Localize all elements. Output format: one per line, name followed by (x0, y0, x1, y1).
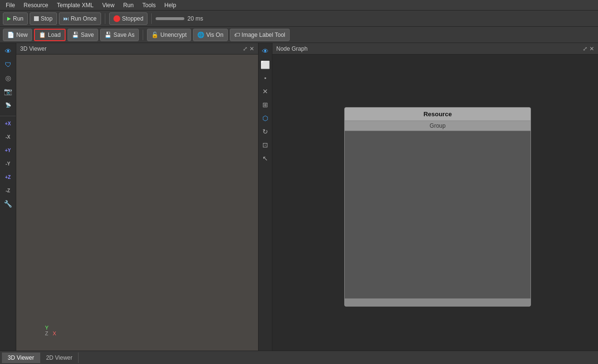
node-graph-title: Node Graph (276, 45, 307, 52)
camera-icon[interactable]: 📷 (2, 85, 14, 98)
axis-nz-icon[interactable]: -Z (2, 184, 14, 197)
resource-node[interactable]: Resource Group (344, 107, 531, 307)
separator1 (105, 13, 105, 24)
node-graph-canvas[interactable]: Resource Group (272, 55, 598, 351)
x-axis-label: X (53, 331, 56, 336)
speed-slider[interactable] (156, 17, 184, 20)
viewer-3d-expand-icon[interactable]: ⤢ (243, 45, 248, 52)
menu-template-xml[interactable]: Template XML (53, 1, 98, 10)
run-once-button[interactable]: ⏭ Run Once (59, 12, 101, 25)
viewer-3d-close-icon[interactable]: ✕ (249, 45, 254, 52)
unencrypt-icon: 🔓 (151, 32, 158, 38)
viewer-3d-controls: ⤢ ✕ (243, 45, 254, 52)
node-graph-header: Node Graph ⤢ ✕ (272, 43, 598, 55)
unencrypt-label: Unencrypt (160, 32, 187, 38)
tab-3d-viewer[interactable]: 3D Viewer (2, 353, 40, 363)
tab-2d-viewer[interactable]: 2D Viewer (40, 353, 79, 363)
new-label: New (16, 32, 28, 38)
run-button[interactable]: ▶ Run (3, 12, 28, 25)
ng-connect-icon[interactable]: ⬡ (259, 112, 271, 124)
axis-py-icon[interactable]: +Y (2, 144, 14, 156)
menu-bar: File Resource Template XML View Run Tool… (0, 0, 598, 11)
save-as-label: Save As (113, 32, 135, 38)
bottom-tab-bar: 3D Viewer 2D Viewer (0, 351, 598, 364)
resource-node-subtitle: Group (345, 121, 530, 131)
ng-collapse-icon[interactable]: ✕ (259, 85, 271, 98)
save-label: Save (81, 32, 94, 38)
node-graph-expand-icon[interactable]: ⤢ (583, 45, 587, 52)
menu-file[interactable]: File (2, 1, 19, 10)
viewer-3d-title: 3D Viewer (20, 45, 46, 52)
axis-px-icon[interactable]: +X (2, 117, 14, 130)
run-once-label: Run Once (71, 15, 97, 22)
viewer-3d-canvas[interactable]: Y Z X (16, 55, 258, 351)
image-label-tool-button[interactable]: 🏷 Image Label Tool (230, 29, 290, 41)
wrench-icon[interactable]: 🔧 (2, 198, 14, 210)
resource-node-footer (345, 298, 530, 306)
vis-on-button[interactable]: 🌐 Vis On (193, 29, 228, 41)
z-axis-label: Z (45, 331, 48, 336)
run-label: Run (13, 15, 23, 22)
ng-eye-icon[interactable]: 👁 (259, 45, 271, 57)
unencrypt-button[interactable]: 🔓 Unencrypt (147, 29, 191, 41)
play-icon: ▶ (7, 16, 11, 21)
save-as-button[interactable]: 💾 Save As (100, 29, 139, 41)
sensor-icon[interactable]: 📡 (2, 99, 14, 111)
node-graph-sidebar: 👁 ⬜ ▪ ✕ ⊞ ⬡ ↻ ⊡ ↖ (258, 43, 272, 351)
stopped-indicator: Stopped (109, 12, 148, 25)
image-label-icon: 🏷 (234, 32, 240, 38)
viewer-3d-header: 3D Viewer ⤢ ✕ (16, 43, 258, 55)
menu-tools[interactable]: Tools (138, 1, 159, 10)
axis-ny-icon[interactable]: -Y (2, 157, 14, 170)
axis-nx-icon[interactable]: -X (2, 131, 14, 143)
axis-pz-icon[interactable]: +Z (2, 171, 14, 183)
save-button[interactable]: 💾 Save (68, 29, 98, 41)
y-axis-label: Y (45, 325, 48, 331)
save-as-icon: 💾 (104, 32, 112, 38)
stop-button[interactable]: Stop (30, 12, 57, 25)
stop-icon (34, 16, 39, 21)
node-graph-controls: ⤢ ✕ (583, 45, 594, 52)
vis-on-icon: 🌐 (197, 32, 204, 38)
ng-refresh-icon[interactable]: ↻ (259, 125, 271, 138)
separator3 (143, 30, 143, 40)
menu-run[interactable]: Run (119, 1, 137, 10)
vis-on-label: Vis On (206, 32, 224, 38)
menu-view[interactable]: View (98, 1, 118, 10)
target-icon[interactable]: ◎ (2, 72, 14, 84)
separator2 (151, 13, 152, 24)
ng-frame-icon[interactable]: ⬜ (259, 58, 271, 71)
run-toolbar: ▶ Run Stop ⏭ Run Once Stopped 20 ms (0, 11, 598, 27)
menu-help[interactable]: Help (160, 1, 180, 10)
image-label-label: Image Label Tool (242, 32, 285, 38)
ng-cursor-icon[interactable]: ↖ (259, 152, 271, 165)
node-graph-close-icon[interactable]: ✕ (589, 45, 594, 52)
resource-node-body (345, 131, 530, 298)
speed-control: 20 ms (156, 15, 203, 22)
ng-small-frame-icon[interactable]: ▪ (259, 72, 271, 84)
shield-icon[interactable]: 🛡 (2, 58, 14, 71)
stopped-label: Stopped (122, 15, 144, 22)
file-toolbar: 📄 New 📋 Load 💾 Save 💾 Save As 🔓 Unencryp… (0, 27, 598, 43)
stopped-dot-icon (113, 15, 120, 22)
load-icon: 📋 (39, 32, 46, 38)
run-once-icon: ⏭ (63, 15, 69, 22)
menu-resource[interactable]: Resource (20, 1, 52, 10)
ng-grid-icon[interactable]: ⊞ (259, 99, 271, 111)
new-button[interactable]: 📄 New (3, 29, 32, 41)
left-sidebar: 👁 🛡 ◎ 📷 📡 +X -X +Y -Y +Z -Z 🔧 (0, 43, 16, 351)
eye-icon[interactable]: 👁 (2, 45, 14, 57)
resource-node-title: Resource (345, 108, 530, 121)
ng-snapshot-icon[interactable]: ⊡ (259, 139, 271, 151)
load-label: Load (48, 32, 61, 38)
stop-label: Stop (41, 15, 53, 22)
main-content: 👁 🛡 ◎ 📷 📡 +X -X +Y -Y +Z -Z 🔧 3D Viewer … (0, 43, 598, 351)
axes-indicator: Y Z X (45, 325, 56, 336)
load-button[interactable]: 📋 Load (34, 29, 66, 41)
save-icon: 💾 (72, 32, 79, 38)
node-graph-panel: Node Graph ⤢ ✕ Resource Group (272, 43, 598, 351)
speed-value: 20 ms (187, 15, 203, 22)
viewer-3d-panel: 3D Viewer ⤢ ✕ Y Z X (16, 43, 258, 351)
new-icon: 📄 (7, 32, 14, 38)
